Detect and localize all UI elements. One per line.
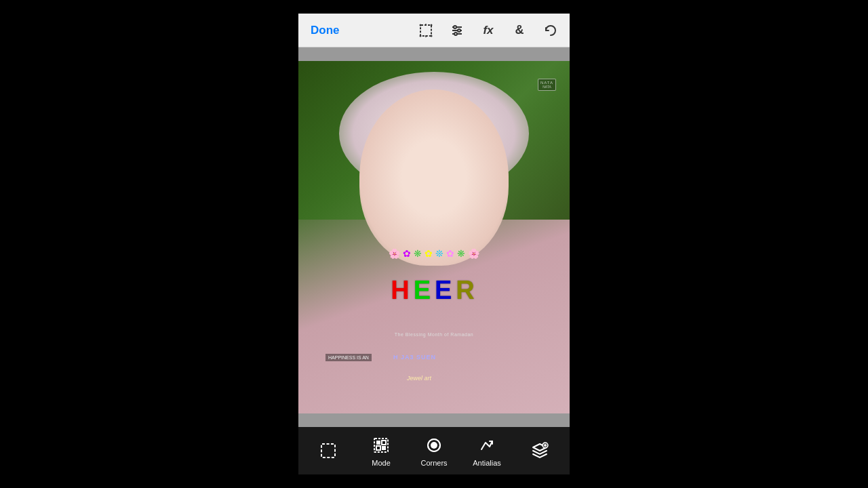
corners-tool-label: Corners — [420, 459, 447, 467]
svg-rect-16 — [382, 441, 386, 445]
svg-rect-0 — [420, 25, 431, 36]
gray-band-bottom — [298, 413, 570, 427]
app-container: Done fx — [298, 14, 570, 474]
watermark: NATA NATA — [538, 79, 556, 91]
fx-button[interactable]: fx — [476, 18, 500, 43]
mode-tool[interactable]: Mode — [361, 434, 401, 467]
image-area: NATA NATA 🌸 ✿ ❋ ✿ ❊ ✿ ❋ 🌸 H E E R — [298, 61, 570, 413]
svg-point-11 — [458, 29, 460, 32]
gray-band-top — [298, 47, 570, 61]
sliders-button[interactable] — [445, 18, 469, 43]
heer-text: H E E R — [391, 276, 477, 305]
svg-point-12 — [454, 33, 457, 35]
done-button[interactable]: Done — [305, 20, 345, 41]
script-text: Jewel art — [407, 375, 431, 382]
svg-point-3 — [420, 35, 422, 37]
layers-tool[interactable] — [519, 440, 560, 462]
antialias-tool-label: Antialias — [473, 459, 501, 467]
selection-tool-icon — [317, 440, 339, 462]
undo-button[interactable] — [538, 18, 563, 43]
top-toolbar: Done fx — [298, 14, 570, 47]
svg-rect-13 — [321, 444, 335, 458]
antialias-tool-icon — [476, 434, 498, 456]
svg-point-4 — [431, 35, 433, 37]
svg-point-10 — [454, 26, 456, 28]
selection-tool[interactable] — [308, 440, 349, 462]
photo-background: NATA NATA 🌸 ✿ ❋ ✿ ❊ ✿ ❋ 🌸 H E E R — [298, 61, 570, 413]
happiness-text: HAPPINESS IS AN — [326, 354, 372, 361]
layers-tool-icon — [529, 440, 551, 462]
svg-rect-15 — [376, 441, 380, 445]
hijab-queen-text: H JA3 SUEN — [393, 354, 436, 361]
bottom-toolbar: Mode Corners Antialias — [298, 427, 570, 474]
antialias-tool[interactable]: Antialias — [467, 434, 507, 467]
mode-tool-icon — [370, 434, 392, 456]
svg-rect-18 — [382, 446, 386, 450]
selection-tool-button[interactable] — [414, 18, 438, 43]
face-overlay — [359, 89, 509, 266]
svg-point-20 — [431, 442, 437, 449]
blend-button[interactable]: & — [507, 18, 532, 43]
corners-tool-icon — [423, 434, 445, 456]
corners-tool[interactable]: Corners — [414, 434, 454, 467]
mode-tool-label: Mode — [372, 459, 391, 467]
svg-rect-17 — [376, 446, 380, 450]
flowers-decoration: 🌸 ✿ ❋ ✿ ❊ ✿ ❋ 🌸 — [389, 248, 479, 259]
svg-point-2 — [431, 24, 433, 26]
sub-text: The Blessing Month of Ramadan — [395, 332, 473, 337]
svg-point-1 — [420, 24, 422, 26]
